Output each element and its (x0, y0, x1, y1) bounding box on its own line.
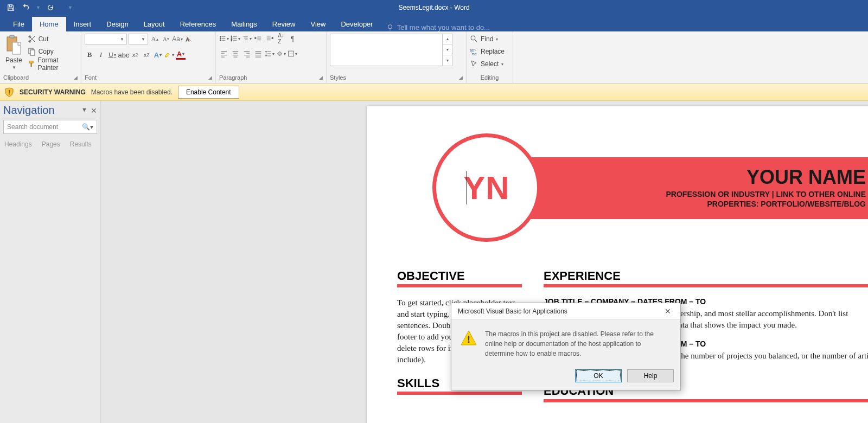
replace-icon: abac (470, 47, 478, 56)
increase-indent-button[interactable] (265, 34, 275, 43)
security-warning-bar: ! SECURITY WARNING Macros have been disa… (0, 84, 868, 101)
navigation-search-input[interactable]: Search document 🔍▾ (3, 120, 97, 134)
resume-subtitle-2: PROPERTIES: PORTFOLIO/WEBSITE/BLOG (549, 200, 866, 208)
font-family-combo[interactable]: ▼ (85, 34, 127, 44)
find-button[interactable]: Find▾ (470, 34, 505, 44)
svg-point-9 (220, 36, 221, 37)
scroll-down-icon[interactable]: ▾ (443, 44, 452, 55)
tab-developer[interactable]: Developer (333, 17, 380, 31)
search-icon: 🔍▾ (82, 123, 93, 131)
security-warning-title: SECURITY WARNING (20, 88, 86, 96)
font-size-combo[interactable]: ▼ (129, 34, 148, 44)
svg-point-10 (220, 38, 221, 39)
tab-insert[interactable]: Insert (66, 17, 99, 31)
multilevel-list-button[interactable]: ▾ (242, 34, 252, 43)
strikethrough-button[interactable]: abc (119, 50, 129, 60)
tab-references[interactable]: References (173, 17, 224, 31)
scroll-up-icon[interactable]: ▴ (443, 34, 452, 44)
vba-dialog: Microsoft Visual Basic for Applications … (451, 303, 681, 390)
tab-layout[interactable]: Layout (136, 17, 173, 31)
superscript-button[interactable]: x2 (142, 50, 151, 60)
group-label-editing: Editing (481, 74, 499, 81)
navtab-headings[interactable]: Headings (4, 140, 32, 148)
tab-home[interactable]: Home (32, 17, 66, 31)
paste-icon (5, 35, 22, 55)
bullets-button[interactable]: ▾ (219, 34, 229, 43)
group-font: ▼ ▼ A▴ A▾ Aa▾ A B I U▾ abc x2 x2 A▾ ▾ A▾… (81, 31, 216, 83)
bold-button[interactable]: B (85, 50, 94, 60)
tab-design[interactable]: Design (99, 17, 136, 31)
navtab-pages[interactable]: Pages (42, 140, 60, 148)
resume-subtitle-1: PROFESSION OR INDUSTRY | LINK TO OTHER O… (549, 190, 866, 198)
group-label-clipboard: Clipboard (3, 74, 29, 81)
main-area: Navigation ▼✕ Search document 🔍▾ Heading… (0, 101, 868, 423)
borders-button[interactable]: ▾ (288, 49, 297, 59)
dialog-title-text: Microsoft Visual Basic for Applications (458, 307, 567, 315)
dialog-titlebar[interactable]: Microsoft Visual Basic for Applications … (451, 303, 680, 319)
tab-view[interactable]: View (303, 17, 333, 31)
select-button[interactable]: Select▾ (470, 59, 505, 69)
undo-dropdown-icon[interactable]: ▼ (35, 5, 42, 10)
highlight-button[interactable]: ▾ (164, 50, 174, 60)
qat-customize-icon[interactable]: ▼ (67, 5, 74, 10)
change-case-button[interactable]: Aa▾ (173, 34, 182, 44)
replace-button[interactable]: abacReplace (470, 46, 505, 57)
chevron-down-icon: ▼ (12, 65, 16, 70)
navpane-close-icon[interactable]: ✕ (91, 106, 97, 115)
subscript-button[interactable]: x2 (130, 50, 140, 60)
tab-review[interactable]: Review (265, 17, 303, 31)
shading-button[interactable]: ▾ (276, 49, 286, 59)
tell-me-placeholder: Tell me what you want to do... (397, 23, 490, 31)
enable-content-button[interactable]: Enable Content (178, 86, 239, 99)
svg-text:!: ! (8, 89, 10, 95)
navtab-results[interactable]: Results (70, 140, 92, 148)
format-painter-button[interactable]: Format Painter (28, 59, 78, 69)
shrink-font-button[interactable]: A▾ (161, 34, 171, 44)
paste-button[interactable]: Paste ▼ (3, 34, 24, 71)
group-label-font: Font (85, 74, 97, 81)
italic-button[interactable]: I (96, 50, 106, 60)
clear-formatting-button[interactable]: A (184, 34, 194, 44)
navpane-dropdown-icon[interactable]: ▼ (81, 106, 87, 115)
styles-scroll[interactable]: ▴▾▾ (442, 34, 452, 66)
svg-point-16 (471, 36, 475, 40)
security-warning-message: Macros have been disabled. (91, 88, 173, 96)
save-button[interactable] (4, 1, 17, 14)
quick-access-toolbar: ▼ ▼ (0, 1, 74, 14)
underline-button[interactable]: U▾ (107, 50, 117, 60)
title-bar: ▼ ▼ SeemsLegit.docx - Word (0, 0, 868, 15)
decrease-indent-button[interactable] (253, 34, 263, 43)
dialog-launcher-icon[interactable]: ◢ (319, 75, 323, 80)
copy-button[interactable]: Copy (28, 46, 78, 57)
dialog-launcher-icon[interactable]: ◢ (459, 75, 463, 80)
line-spacing-button[interactable]: ▾ (265, 49, 275, 59)
tab-mailings[interactable]: Mailings (224, 17, 265, 31)
scissors-icon (28, 35, 36, 43)
numbering-button[interactable]: 123▾ (231, 34, 240, 43)
align-right-button[interactable] (242, 49, 252, 59)
dialog-ok-button[interactable]: OK (575, 369, 622, 382)
grow-font-button[interactable]: A▴ (150, 34, 159, 44)
styles-gallery[interactable]: ▴▾▾ (330, 34, 452, 66)
align-center-button[interactable] (231, 49, 240, 59)
cut-button[interactable]: Cut (28, 34, 78, 44)
font-color-button[interactable]: A▾ (176, 50, 186, 60)
dialog-close-button[interactable]: ✕ (660, 306, 676, 317)
text-effects-button[interactable]: A▾ (153, 50, 163, 60)
tell-me-search[interactable]: Tell me what you want to do... (381, 23, 490, 31)
dialog-launcher-icon[interactable]: ◢ (74, 75, 78, 80)
window-title: SeemsLegit.docx - Word (398, 4, 469, 11)
group-styles: ▴▾▾ Styles◢ (327, 31, 467, 83)
dialog-help-button[interactable]: Help (627, 369, 674, 382)
copy-icon (28, 47, 36, 56)
align-left-button[interactable] (219, 49, 229, 59)
dialog-launcher-icon[interactable]: ◢ (208, 75, 212, 80)
show-marks-button[interactable]: ¶ (288, 34, 297, 43)
resume-header-banner: YOUR NAME PROFESSION OR INDUSTRY | LINK … (484, 157, 868, 219)
tab-file[interactable]: File (5, 17, 32, 31)
undo-button[interactable] (20, 1, 33, 14)
justify-button[interactable] (253, 49, 263, 59)
sort-button[interactable]: A↓Z (276, 34, 286, 43)
expand-gallery-icon[interactable]: ▾ (443, 55, 452, 66)
redo-button[interactable] (44, 1, 57, 14)
